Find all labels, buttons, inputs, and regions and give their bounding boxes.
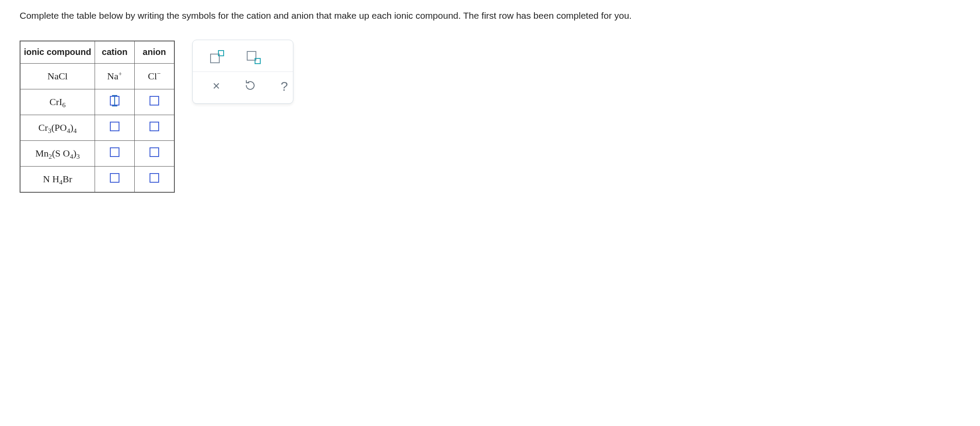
reset-button[interactable]: [242, 77, 259, 96]
cation-cell: [95, 89, 135, 115]
compound-cell: NaCl: [20, 63, 95, 89]
compound-formula: CrI6: [49, 96, 65, 107]
subscript-button[interactable]: [242, 48, 264, 67]
anion-cell-input[interactable]: [150, 96, 159, 106]
cation-cell: [95, 166, 135, 192]
cation-cell: Na+: [95, 63, 135, 89]
cation-cell-input[interactable]: [110, 147, 119, 157]
compound-cell: CrI6: [20, 89, 95, 115]
anion-cell-formula: Cl−: [148, 71, 160, 82]
compound-cell: Cr3(PO4)4: [20, 115, 95, 140]
compound-formula: Mn2(S O4)3: [35, 148, 80, 159]
table-row: Cr3(PO4)4: [20, 115, 174, 140]
anion-cell: Cl−: [135, 63, 175, 89]
compound-formula: N H4Br: [43, 174, 72, 184]
anion-cell-input[interactable]: [150, 147, 159, 157]
compound-formula: NaCl: [48, 71, 68, 82]
tool-panel: ✕ ?: [192, 40, 293, 104]
anion-cell: [135, 166, 175, 192]
compound-cell: N H4Br: [20, 166, 95, 192]
header-compound: ionic compound: [20, 41, 95, 64]
anion-cell-input[interactable]: [150, 122, 159, 131]
anion-cell: [135, 89, 175, 115]
help-button[interactable]: ?: [276, 77, 293, 96]
subscript-icon: [247, 51, 260, 63]
table-row: CrI6: [20, 89, 174, 115]
cation-cell: [95, 115, 135, 140]
cation-cell: [95, 140, 135, 166]
compound-cell: Mn2(S O4)3: [20, 140, 95, 166]
anion-cell: [135, 140, 175, 166]
superscript-icon: [210, 51, 223, 63]
anion-cell: [135, 115, 175, 140]
table-row: NaClNa+Cl−: [20, 63, 174, 89]
header-cation: cation: [95, 41, 135, 64]
anion-cell-input[interactable]: [150, 173, 159, 183]
table-row: N H4Br: [20, 166, 174, 192]
instruction-text: Complete the table below by writing the …: [20, 9, 674, 23]
help-icon: ?: [281, 79, 288, 94]
cation-cell-input[interactable]: [110, 173, 119, 183]
cation-cell-input[interactable]: [110, 122, 119, 131]
table-row: Mn2(S O4)3: [20, 140, 174, 166]
compound-table: ionic compound cation anion NaClNa+Cl−Cr…: [20, 41, 175, 193]
undo-icon: [245, 80, 255, 92]
cation-cell-formula: Na+: [107, 71, 122, 82]
superscript-button[interactable]: [206, 48, 228, 67]
compound-formula: Cr3(PO4)4: [38, 122, 77, 133]
header-anion: anion: [135, 41, 175, 64]
clear-button[interactable]: ✕: [208, 77, 225, 96]
cation-cell-input[interactable]: [110, 96, 119, 106]
close-icon: ✕: [212, 81, 220, 92]
